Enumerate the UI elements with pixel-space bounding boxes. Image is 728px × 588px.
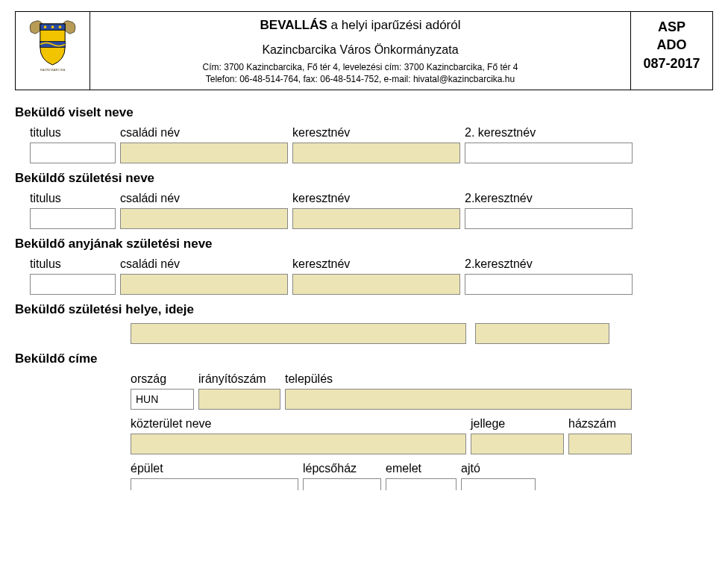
row-labels: titulus családi név keresztnév 2.kereszt… (15, 192, 713, 205)
input-epulet[interactable] (131, 478, 298, 490)
row-labels: közterület neve jellege házszám (131, 417, 713, 431)
section-heading-viselt: Beküldő viselt neve (15, 105, 713, 120)
form-code: ASP ADO 087-2017 (630, 12, 712, 90)
row-fields (15, 208, 713, 229)
coat-of-arms-icon: KAZINCBARCIKA (21, 16, 84, 72)
label-titulus: titulus (30, 257, 116, 271)
row-labels: ország irányítószám település (131, 372, 713, 386)
svg-point-2 (51, 25, 54, 28)
svg-point-3 (59, 25, 62, 28)
section-heading-anyja: Beküldő anyjának születési neve (15, 237, 713, 251)
row-fields (131, 389, 713, 410)
label-kereszt: keresztnév (292, 257, 460, 271)
row-labels: titulus családi név keresztnév 2. keresz… (15, 126, 713, 140)
label-telepules: település (285, 372, 632, 386)
label-csaladi: családi név (120, 126, 288, 140)
label-ajto: ajtó (461, 462, 536, 475)
label-kereszt2: 2.keresztnév (465, 192, 633, 205)
label-emelet: emelet (386, 462, 456, 475)
row-fields (15, 143, 713, 163)
label-kereszt: keresztnév (292, 126, 460, 140)
label-titulus: titulus (30, 126, 116, 140)
label-orszag: ország (131, 372, 194, 386)
input-anyja-csaladi[interactable] (120, 274, 288, 295)
label-kozterulet: közterület neve (131, 417, 466, 431)
row-fields (131, 478, 713, 490)
input-kozterulet[interactable] (131, 434, 466, 454)
svg-text:KAZINCBARCIKA: KAZINCBARCIKA (40, 68, 66, 72)
label-titulus: titulus (30, 192, 116, 205)
label-epulet: épület (131, 462, 298, 475)
label-csaladi: családi név (120, 192, 288, 205)
input-anyja-kereszt[interactable] (292, 274, 460, 295)
input-viselt-kereszt[interactable] (292, 143, 460, 163)
input-szul-csaladi[interactable] (120, 208, 288, 229)
input-szul-ido[interactable] (475, 323, 609, 344)
label-kereszt: keresztnév (292, 192, 460, 205)
row-labels: titulus családi név keresztnév 2.kereszt… (15, 257, 713, 271)
input-orszag[interactable] (131, 389, 194, 410)
input-ajto[interactable] (461, 478, 536, 490)
organization-name: Kazincbarcika Város Önkormányzata (98, 43, 623, 57)
input-hazszam[interactable] (568, 434, 632, 454)
row-fields (15, 274, 713, 295)
row-fields (15, 323, 713, 344)
input-szul-hely[interactable] (131, 323, 466, 344)
row-labels: épület lépcsőház emelet ajtó (131, 462, 713, 475)
input-lepcsohaz[interactable] (303, 478, 381, 490)
form-title: BEVALLÁS a helyi iparűzési adóról (98, 18, 623, 33)
input-telepules[interactable] (285, 389, 632, 410)
input-szul-kereszt[interactable] (292, 208, 460, 229)
input-jellege[interactable] (471, 434, 564, 454)
label-hazszam: házszám (568, 417, 632, 431)
input-emelet[interactable] (386, 478, 456, 490)
label-lepcsohaz: lépcsőház (303, 462, 381, 475)
label-csaladi: családi név (120, 257, 288, 271)
title-cell: BEVALLÁS a helyi iparűzési adóról Kazinc… (90, 12, 630, 90)
section-heading-szuletesi: Beküldő születési neve (15, 171, 713, 186)
crest-cell: KAZINCBARCIKA (16, 12, 90, 90)
form-header: KAZINCBARCIKA BEVALLÁS a helyi iparűzési… (15, 11, 713, 90)
input-viselt-csaladi[interactable] (120, 143, 288, 163)
label-kereszt2: 2. keresztnév (465, 126, 633, 140)
input-anyja-kereszt2[interactable] (465, 274, 633, 295)
input-szul-titulus[interactable] (30, 208, 116, 229)
input-viselt-titulus[interactable] (30, 143, 116, 163)
input-szul-kereszt2[interactable] (465, 208, 633, 229)
section-heading-cime: Beküldő címe (15, 351, 713, 366)
svg-point-1 (44, 25, 47, 28)
input-irsz[interactable] (198, 389, 280, 410)
section-heading-szulhely: Beküldő születési helye, ideje (15, 302, 713, 317)
input-anyja-titulus[interactable] (30, 274, 116, 295)
label-irsz: irányítószám (198, 372, 280, 386)
org-address: Cím: 3700 Kazincbarcika, Fő tér 4, level… (98, 61, 623, 85)
label-jellege: jellege (471, 417, 564, 431)
input-viselt-kereszt2[interactable] (465, 143, 633, 163)
label-kereszt2: 2.keresztnév (465, 257, 633, 271)
row-fields (131, 434, 713, 454)
